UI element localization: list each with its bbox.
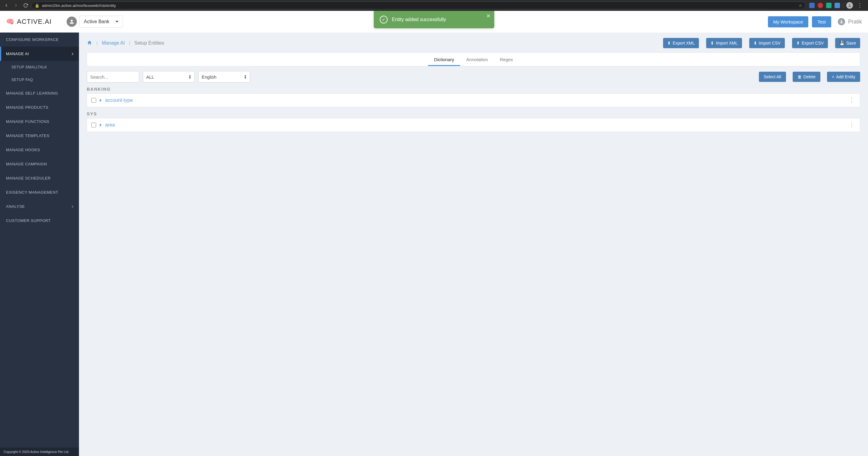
checkmark-icon: ✓ [380, 16, 388, 24]
sidebar-label: MANAGE AI [6, 52, 29, 56]
sidebar-item-manage-hooks[interactable]: MANAGE HOOKS [0, 143, 79, 157]
browser-profile-icon[interactable] [846, 2, 853, 9]
toast-message: Entity added successfully [392, 17, 446, 22]
browser-forward-button[interactable] [12, 1, 20, 9]
language-select[interactable]: English ▲▼ [198, 71, 250, 83]
caret-right-icon[interactable] [100, 99, 101, 102]
browser-chrome: 🔒 admin20m.active.ai/morfeusweb/#/ai/ent… [0, 0, 868, 11]
sidebar-item-exigency-management[interactable]: EXIGENCY MANAGEMENT [0, 185, 79, 199]
my-workspace-button[interactable]: My Workspace [768, 16, 809, 27]
import-xml-button[interactable]: ⬇Import XML [706, 38, 742, 48]
bank-name: Active Bank [84, 19, 109, 24]
sidebar: CONFIGURE WORKSPACE MANAGE AI SETUP SMAL… [0, 33, 79, 456]
separator [843, 3, 843, 8]
browser-extensions: ⋮ [807, 2, 866, 9]
delete-button[interactable]: 🗑Delete [793, 72, 820, 82]
kebab-menu-icon[interactable]: ⋮ [848, 97, 856, 104]
sidebar-item-configure-workspace[interactable]: CONFIGURE WORKSPACE [0, 33, 79, 47]
export-icon: ⬆ [796, 41, 800, 45]
tab-regex[interactable]: Regex [494, 53, 519, 66]
browser-back-button[interactable] [2, 1, 10, 9]
browser-menu-icon[interactable]: ⋮ [856, 3, 864, 8]
extension-icon[interactable] [835, 3, 840, 8]
home-icon[interactable] [87, 40, 92, 46]
sidebar-item-customer-support[interactable]: CUSTOMER SUPPORT [0, 214, 79, 228]
plus-icon: + [832, 74, 834, 79]
bank-avatar-icon [67, 17, 77, 27]
type-select[interactable]: ALL ▲▼ [143, 71, 195, 83]
bank-selector[interactable]: Active Bank [79, 16, 123, 28]
import-icon: ⬇ [710, 41, 714, 45]
kebab-menu-icon[interactable]: ⋮ [848, 122, 856, 128]
test-button[interactable]: Test [812, 16, 831, 27]
search-input[interactable] [90, 74, 147, 79]
export-csv-button[interactable]: ⬆Export CSV [792, 38, 828, 48]
breadcrumb-separator: | [96, 41, 98, 45]
group-title: BANKING [87, 87, 860, 92]
add-entity-button[interactable]: +Add Entity [827, 72, 860, 82]
svg-point-2 [841, 20, 842, 22]
caret-right-icon[interactable] [100, 124, 101, 127]
export-icon: ⬆ [667, 41, 671, 45]
browser-url: admin20m.active.ai/morfeusweb/#/ai/entit… [42, 3, 796, 8]
extension-icon[interactable] [809, 3, 815, 8]
chevron-down-icon [116, 21, 119, 23]
select-all-button[interactable]: Select All [759, 72, 786, 82]
app-header: 🧠 ACTIVE.AI Active Bank ✓ Entity added s… [0, 11, 868, 33]
sidebar-item-manage-scheduler[interactable]: MANAGE SCHEDULER [0, 171, 79, 185]
breadcrumb-manage-ai[interactable]: Manage AI [102, 40, 125, 46]
import-csv-button[interactable]: ⬇Import CSV [749, 38, 785, 48]
extension-icon[interactable] [826, 3, 832, 8]
chevron-right-icon [71, 205, 73, 207]
entity-row: account-type⋮ [87, 93, 860, 107]
trash-icon: 🗑 [798, 74, 802, 79]
browser-reload-button[interactable] [22, 1, 30, 9]
group-title: SYS [87, 111, 860, 116]
close-icon[interactable]: ✕ [486, 13, 491, 19]
language-value: English [202, 74, 216, 79]
sidebar-label: ANALYSE [6, 204, 25, 209]
entity-name[interactable]: area [105, 122, 844, 128]
export-xml-button[interactable]: ⬆Export XML [663, 38, 699, 48]
breadcrumb-row: | Manage AI | Setup Entities ⬆Export XML… [87, 33, 860, 53]
user-block[interactable]: Pratik [838, 18, 862, 25]
copyright: Copyright © 2020 Active Intelligence Pte… [0, 448, 79, 456]
user-name: Pratik [848, 19, 862, 25]
sidebar-item-manage-products[interactable]: MANAGE PRODUCTS [0, 100, 79, 115]
svg-point-1 [71, 20, 73, 22]
browser-url-bar[interactable]: 🔒 admin20m.active.ai/morfeusweb/#/ai/ent… [31, 1, 806, 9]
sidebar-item-setup-faq[interactable]: SETUP FAQ [0, 73, 79, 86]
save-icon: 💾 [839, 41, 844, 45]
main-content: | Manage AI | Setup Entities ⬆Export XML… [79, 33, 868, 456]
chevron-right-icon [71, 53, 73, 55]
entity-name[interactable]: account-type [105, 98, 844, 103]
save-button[interactable]: 💾Save [835, 38, 860, 48]
logo[interactable]: 🧠 ACTIVE.AI [6, 18, 52, 26]
bookmark-star-icon[interactable]: ☆ [799, 3, 802, 8]
success-toast: ✓ Entity added successfully ✕ [374, 11, 494, 28]
entity-checkbox[interactable] [91, 123, 96, 127]
entity-row: area⋮ [87, 118, 860, 132]
sidebar-item-manage-self-learning[interactable]: MANAGE SELF LEARNING [0, 86, 79, 100]
sidebar-item-manage-ai[interactable]: MANAGE AI [0, 47, 79, 61]
import-icon: ⬇ [753, 41, 757, 45]
sidebar-item-analyse[interactable]: ANALYSE [0, 199, 79, 214]
sidebar-item-setup-smalltalk[interactable]: SETUP SMALLTALK [0, 61, 79, 73]
tab-annotation[interactable]: Annotation [460, 53, 494, 66]
type-value: ALL [146, 74, 154, 79]
tab-dictionary[interactable]: Dictionary [428, 53, 460, 66]
filter-row: ✖ ALL ▲▼ English ▲▼ Select All 🗑Delete +… [87, 71, 860, 83]
user-avatar-icon [838, 18, 845, 25]
sidebar-item-manage-templates[interactable]: MANAGE TEMPLATES [0, 129, 79, 143]
sidebar-item-manage-campaign[interactable]: MANAGE CAMPAIGN [0, 157, 79, 171]
breadcrumb-current: Setup Entities [134, 40, 164, 46]
lock-icon: 🔒 [35, 3, 39, 8]
tabs: Dictionary Annotation Regex [87, 53, 860, 66]
entity-checkbox[interactable] [91, 98, 96, 103]
breadcrumb-separator: | [129, 41, 130, 45]
logo-text: ACTIVE.AI [17, 18, 52, 26]
svg-point-0 [849, 4, 850, 5]
sidebar-item-manage-functions[interactable]: MANAGE FUNCTIONS [0, 115, 79, 129]
brain-icon: 🧠 [6, 18, 14, 26]
extension-icon[interactable] [818, 3, 823, 8]
